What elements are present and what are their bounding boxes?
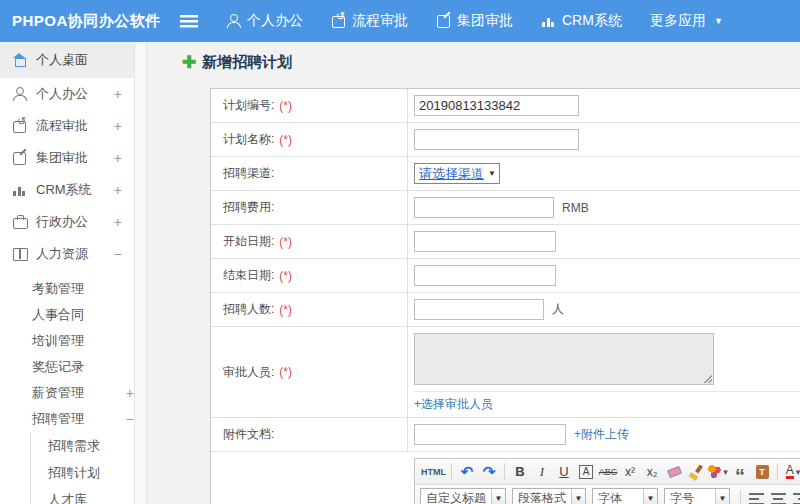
redo-button[interactable]: ↷	[479, 462, 499, 482]
nav-personal-office[interactable]: 个人办公	[226, 12, 303, 30]
caret-down-icon: ▼	[488, 169, 496, 178]
nav-more-apps[interactable]: 更多应用 ▼	[650, 12, 723, 30]
align-right-icon	[793, 493, 800, 504]
select-approvers-link[interactable]: +选择审批人员	[414, 397, 493, 411]
brush-icon	[689, 465, 703, 479]
approvers-textarea[interactable]	[414, 333, 714, 385]
paragraph-format-dropdown[interactable]: 段落格式 ▼	[512, 488, 586, 504]
form-row-start-date: 开始日期: (*)	[211, 225, 800, 259]
expand-icon[interactable]: +	[114, 118, 122, 134]
field-label: 结束日期:	[223, 267, 274, 284]
sidebar-item-personal-office[interactable]: 个人办公 +	[0, 78, 134, 110]
form-row-attachment: 附件文档: +附件上传	[211, 418, 800, 452]
blockquote-button[interactable]: “	[730, 462, 750, 482]
headcount-input[interactable]	[414, 299, 544, 320]
sidebar-item-admin-office[interactable]: 行政办公 +	[0, 206, 134, 238]
expand-icon[interactable]: +	[114, 150, 122, 166]
font-color-button[interactable]: A	[783, 462, 800, 482]
format-painter-button[interactable]	[686, 462, 706, 482]
paste-icon: T	[756, 465, 769, 479]
recruit-submenu: 招聘需求 招聘计划 人才库	[30, 432, 134, 504]
resize-handle-icon[interactable]	[704, 375, 712, 383]
sidebar-item-rewards[interactable]: 奖惩记录	[0, 354, 134, 380]
channel-select[interactable]: 请选择渠道 ▼	[414, 163, 500, 184]
expand-icon[interactable]: +	[126, 385, 134, 401]
field-label: 附件文档:	[223, 426, 274, 443]
attachment-input[interactable]	[414, 424, 566, 445]
sidebar-item-label: 培训管理	[32, 332, 84, 350]
hamburger-menu-icon[interactable]	[180, 15, 198, 28]
font-family-dropdown[interactable]: 字体 ▼	[592, 488, 658, 504]
recruit-cost-input[interactable]	[414, 197, 554, 218]
start-date-input[interactable]	[414, 231, 556, 252]
auto-typeset-button[interactable]	[708, 462, 728, 482]
user-icon	[226, 14, 241, 28]
remove-format-button[interactable]	[664, 462, 684, 482]
sidebar-item-workflow-approval[interactable]: 流程审批 +	[0, 110, 134, 142]
italic-button[interactable]: I	[532, 462, 552, 482]
plan-number-input[interactable]	[414, 95, 579, 116]
sidebar-item-recruit-plan[interactable]: 招聘计划	[31, 459, 134, 486]
plan-name-input[interactable]	[414, 129, 579, 150]
sidebar-item-human-resources[interactable]: 人力资源 −	[0, 238, 134, 270]
collapse-icon[interactable]: −	[126, 411, 134, 427]
nav-label: 集团审批	[457, 12, 513, 30]
nav-label: 更多应用	[650, 12, 706, 30]
collapse-icon[interactable]: −	[114, 246, 122, 262]
align-left-icon	[749, 493, 764, 504]
sidebar-item-group-approval[interactable]: 集团审批 +	[0, 142, 134, 174]
subscript-button[interactable]: x₂	[642, 462, 662, 482]
sidebar-item-attendance[interactable]: 考勤管理	[0, 276, 134, 302]
custom-title-dropdown[interactable]: 自定义标题 ▼	[420, 488, 506, 504]
sidebar-item-training[interactable]: 培训管理	[0, 328, 134, 354]
currency-suffix: RMB	[562, 201, 589, 215]
field-label: 计划编号:	[223, 97, 274, 114]
sidebar-item-personal-desktop[interactable]: 个人桌面	[0, 42, 134, 78]
sidebar-item-recruit-mgmt[interactable]: 招聘管理 −	[0, 406, 134, 432]
sidebar-item-label: 个人办公	[36, 85, 88, 103]
edit-icon	[12, 151, 27, 165]
sidebar-item-hr-contract[interactable]: 人事合同	[0, 302, 134, 328]
form-row-plan-number: 计划编号: (*)	[211, 89, 800, 123]
expand-icon[interactable]: +	[114, 214, 122, 230]
sidebar-item-recruit-demand[interactable]: 招聘需求	[31, 432, 134, 459]
superscript-button[interactable]: x²	[620, 462, 640, 482]
nav-workflow-approval[interactable]: 流程审批	[331, 12, 408, 30]
sidebar-item-label: 人力资源	[36, 245, 88, 263]
caret-down-icon: ▼	[571, 489, 585, 504]
paste-plain-button[interactable]: T	[752, 462, 772, 482]
expand-icon[interactable]: +	[114, 182, 122, 198]
align-left-button[interactable]	[746, 489, 766, 504]
align-right-button[interactable]	[790, 489, 800, 504]
font-size-dropdown[interactable]: 字号 ▼	[664, 488, 730, 504]
char-border-button[interactable]: A	[576, 462, 596, 482]
strikethrough-button[interactable]: ABC	[598, 462, 618, 482]
field-label: 计划名称:	[223, 131, 274, 148]
expand-icon[interactable]: +	[114, 86, 122, 102]
nav-group-approval[interactable]: 集团审批	[436, 12, 513, 30]
undo-button[interactable]: ↶	[457, 462, 477, 482]
nav-crm-system[interactable]: CRM系统	[541, 12, 622, 30]
underline-button[interactable]: U	[554, 462, 574, 482]
form-row-plan-name: 计划名称: (*)	[211, 123, 800, 157]
sidebar-item-label: 流程审批	[36, 117, 88, 135]
sidebar-scrollbar[interactable]	[134, 42, 147, 504]
form-row-content-editor: HTML ↶ ↷ B I U A ABC x² x₂	[211, 452, 800, 504]
form-row-end-date: 结束日期: (*)	[211, 259, 800, 293]
sidebar-item-talent-pool[interactable]: 人才库	[31, 486, 134, 504]
page-title-text: 新增招聘计划	[202, 53, 292, 72]
field-label: 开始日期:	[223, 233, 274, 250]
book-icon	[12, 247, 27, 261]
end-date-input[interactable]	[414, 265, 556, 286]
required-mark: (*)	[279, 99, 292, 113]
field-label: 审批人员:	[223, 364, 274, 381]
align-center-button[interactable]	[768, 489, 788, 504]
rich-text-editor: HTML ↶ ↷ B I U A ABC x² x₂	[414, 458, 800, 504]
sidebar-item-salary[interactable]: 薪资管理 +	[0, 380, 134, 406]
attachment-upload-link[interactable]: +附件上传	[574, 426, 629, 443]
source-code-button[interactable]: HTML	[421, 462, 446, 482]
caret-down-icon: ▼	[715, 489, 729, 504]
bold-button[interactable]: B	[510, 462, 530, 482]
sidebar-item-crm-system[interactable]: CRM系统 +	[0, 174, 134, 206]
field-label: 招聘人数:	[223, 301, 274, 318]
